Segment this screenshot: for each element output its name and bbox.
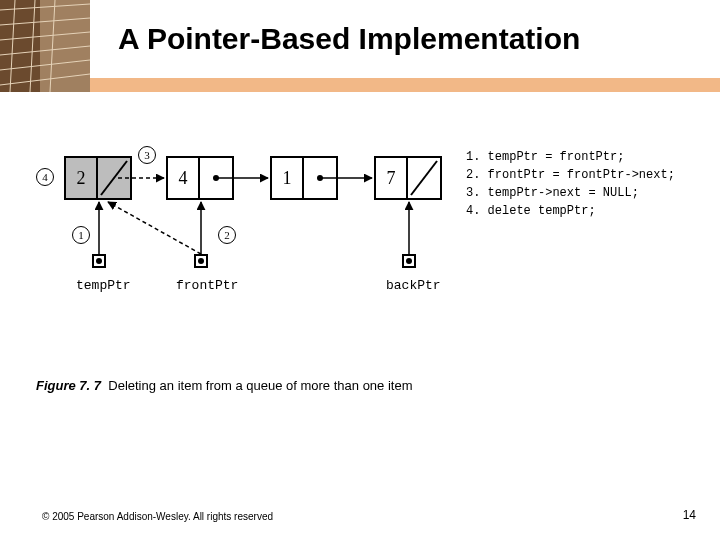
- pointer-var-box: [92, 254, 106, 268]
- node-next-slash: [408, 158, 440, 198]
- pointer-label-tempptr: tempPtr: [76, 278, 131, 293]
- node-next: [304, 158, 336, 198]
- pointer-var-box: [194, 254, 208, 268]
- figure-number: Figure 7. 7: [36, 378, 101, 393]
- corner-photo: [0, 0, 90, 92]
- code-line: 2. frontPtr = frontPtr->next;: [466, 166, 675, 184]
- figure-caption-text: Deleting an item from a queue of more th…: [108, 378, 412, 393]
- step-marker-2: 2: [218, 226, 236, 244]
- list-node: 4: [166, 156, 234, 200]
- node-value: 4: [168, 158, 200, 198]
- list-node: 1: [270, 156, 338, 200]
- step-marker-1: 1: [72, 226, 90, 244]
- pointer-var-box: [402, 254, 416, 268]
- code-line: 3. tempPtr->next = NULL;: [466, 184, 675, 202]
- diagram-area: 2 4 1 7 tempPtr frontPtr: [36, 138, 696, 338]
- svg-line-12: [411, 161, 437, 195]
- node-next-slash: [98, 158, 130, 198]
- node-next: [200, 158, 232, 198]
- figure-caption: Figure 7. 7 Deleting an item from a queu…: [36, 378, 413, 393]
- copyright-text: © 2005 Pearson Addison-Wesley. All right…: [42, 511, 273, 522]
- slide-title: A Pointer-Based Implementation: [118, 22, 580, 56]
- code-line: 4. delete tempPtr;: [466, 202, 675, 220]
- list-node: 2: [64, 156, 132, 200]
- node-value: 2: [66, 158, 98, 198]
- pointer-label-frontptr: frontPtr: [176, 278, 238, 293]
- code-line: 1. tempPtr = frontPtr;: [466, 148, 675, 166]
- header-accent-band: [0, 78, 720, 92]
- node-value: 7: [376, 158, 408, 198]
- step-marker-4: 4: [36, 168, 54, 186]
- node-value: 1: [272, 158, 304, 198]
- list-node: 7: [374, 156, 442, 200]
- page-number: 14: [683, 508, 696, 522]
- pointer-label-backptr: backPtr: [386, 278, 441, 293]
- code-steps: 1. tempPtr = frontPtr; 2. frontPtr = fro…: [466, 148, 675, 220]
- step-marker-3: 3: [138, 146, 156, 164]
- svg-line-11: [101, 161, 127, 195]
